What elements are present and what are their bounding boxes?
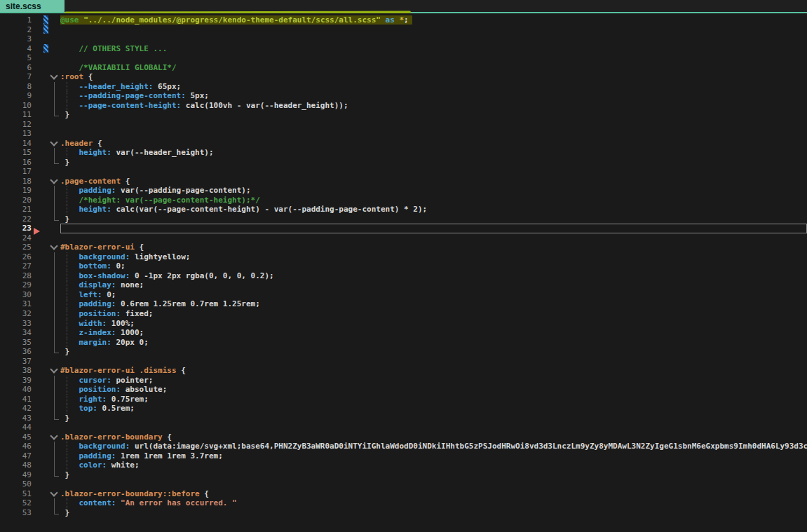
fold-guide[interactable] <box>49 82 60 92</box>
fold-guide[interactable] <box>49 290 60 300</box>
code-text[interactable] <box>60 34 807 44</box>
fold-guide[interactable] <box>49 271 60 281</box>
fold-margin[interactable] <box>49 34 60 44</box>
fold-guide[interactable] <box>49 299 60 309</box>
fold-margin[interactable] <box>49 44 60 54</box>
fold-guide[interactable] <box>49 395 60 404</box>
fold-margin[interactable] <box>49 357 60 367</box>
fold-guide[interactable] <box>49 508 60 518</box>
fold-chevron-icon[interactable] <box>49 177 60 186</box>
code-text[interactable]: box-shadow: 0 -1px 2px rgba(0, 0, 0, 0.2… <box>60 271 807 281</box>
code-text[interactable] <box>60 167 807 177</box>
code-text[interactable]: content: "An error has occurred. " <box>60 498 807 508</box>
fold-guide[interactable] <box>49 101 60 111</box>
fold-margin[interactable] <box>49 129 60 139</box>
fold-guide[interactable] <box>49 338 60 348</box>
fold-margin[interactable] <box>49 25 60 35</box>
code-text[interactable]: padding: var(--padding-page-content); <box>60 186 807 196</box>
fold-margin[interactable] <box>49 423 60 432</box>
fold-chevron-icon[interactable] <box>49 366 60 376</box>
code-text[interactable]: /*height: var(--page-content-height);*/ <box>60 196 807 205</box>
fold-margin[interactable] <box>49 120 60 130</box>
code-text[interactable]: padding: 1rem 1rem 1rem 3.7rem; <box>60 451 807 461</box>
code-text[interactable]: #blazor-error-ui .dismiss { <box>60 366 807 376</box>
code-text[interactable]: .blazor-error-boundary::before { <box>60 489 807 499</box>
fold-guide[interactable] <box>49 319 60 329</box>
code-text[interactable]: top: 0.5rem; <box>60 404 807 414</box>
code-text[interactable]: .page-content { <box>60 177 807 186</box>
fold-margin[interactable] <box>49 233 60 243</box>
fold-guide[interactable] <box>49 442 60 451</box>
code-text[interactable]: display: none; <box>60 280 807 290</box>
code-text[interactable]: } <box>60 214 807 224</box>
fold-guide[interactable] <box>49 347 60 357</box>
code-text[interactable]: @use "../../node_modules/@progress/kendo… <box>60 15 807 25</box>
fold-margin[interactable] <box>49 167 60 177</box>
fold-guide[interactable] <box>49 148 60 158</box>
fold-guide[interactable] <box>49 214 60 224</box>
code-text[interactable]: margin: 20px 0; <box>60 338 807 348</box>
code-text[interactable] <box>60 423 807 432</box>
code-text[interactable]: color: white; <box>60 461 807 470</box>
code-editor[interactable]: 1 @use "../../node_modules/@progress/ken… <box>0 13 807 532</box>
fold-guide[interactable] <box>49 280 60 290</box>
fold-margin[interactable] <box>49 224 60 233</box>
code-text[interactable]: background: url(data:image/svg+xml;base6… <box>60 442 807 451</box>
code-text[interactable]: --header_height: 65px; <box>60 82 807 92</box>
fold-margin[interactable] <box>49 53 60 63</box>
code-text[interactable]: :root { <box>60 72 807 82</box>
code-text[interactable]: /*VARIABILI GLOBALI*/ <box>60 63 807 73</box>
code-text[interactable]: --padding-page-content: 5px; <box>60 91 807 101</box>
fold-guide[interactable] <box>49 470 60 480</box>
fold-guide[interactable] <box>49 376 60 386</box>
fold-guide[interactable] <box>49 498 60 508</box>
fold-guide[interactable] <box>49 91 60 101</box>
code-text[interactable] <box>60 120 807 130</box>
code-text[interactable]: // OTHERS STYLE ... <box>60 44 807 54</box>
code-text[interactable] <box>60 53 807 63</box>
code-text[interactable]: left: 0; <box>60 290 807 300</box>
code-text[interactable]: #blazor-error-ui { <box>60 243 807 252</box>
code-text[interactable]: position: absolute; <box>60 385 807 395</box>
code-text[interactable]: width: 100%; <box>60 319 807 329</box>
code-text[interactable]: right: 0.75rem; <box>60 395 807 404</box>
code-text[interactable]: cursor: pointer; <box>60 376 807 386</box>
fold-chevron-icon[interactable] <box>49 243 60 252</box>
code-text[interactable]: bottom: 0; <box>60 261 807 271</box>
code-text[interactable]: } <box>60 470 807 480</box>
fold-guide[interactable] <box>49 158 60 168</box>
code-text[interactable]: } <box>60 158 807 168</box>
fold-margin[interactable] <box>49 15 60 25</box>
code-text[interactable]: } <box>60 508 807 518</box>
code-text[interactable] <box>60 224 807 233</box>
code-text[interactable]: } <box>60 110 807 120</box>
fold-margin[interactable] <box>49 63 60 73</box>
code-text[interactable] <box>60 25 807 35</box>
code-text[interactable]: height: calc(var(--page-content-height) … <box>60 205 807 214</box>
fold-guide[interactable] <box>49 309 60 319</box>
fold-guide[interactable] <box>49 261 60 271</box>
tab-site-scss[interactable]: site.scss <box>0 0 65 12</box>
code-text[interactable]: } <box>60 347 807 357</box>
code-text[interactable]: .header { <box>60 139 807 149</box>
code-text[interactable] <box>60 233 807 243</box>
fold-guide[interactable] <box>49 461 60 470</box>
code-text[interactable] <box>60 129 807 139</box>
code-text[interactable]: padding: 0.6rem 1.25rem 0.7rem 1.25rem; <box>60 299 807 309</box>
fold-guide[interactable] <box>49 404 60 414</box>
fold-chevron-icon[interactable] <box>49 72 60 82</box>
fold-margin[interactable] <box>49 479 60 489</box>
fold-guide[interactable] <box>49 110 60 120</box>
code-text[interactable]: height: var(--header_height); <box>60 148 807 158</box>
fold-guide[interactable] <box>49 186 60 196</box>
fold-guide[interactable] <box>49 252 60 262</box>
fold-guide[interactable] <box>49 385 60 395</box>
code-text[interactable]: z-index: 1000; <box>60 328 807 338</box>
code-text[interactable]: position: fixed; <box>60 309 807 319</box>
fold-guide[interactable] <box>49 196 60 205</box>
fold-chevron-icon[interactable] <box>49 432 60 442</box>
code-text[interactable] <box>60 357 807 367</box>
fold-chevron-icon[interactable] <box>49 489 60 499</box>
fold-guide[interactable] <box>49 451 60 461</box>
fold-chevron-icon[interactable] <box>49 139 60 149</box>
